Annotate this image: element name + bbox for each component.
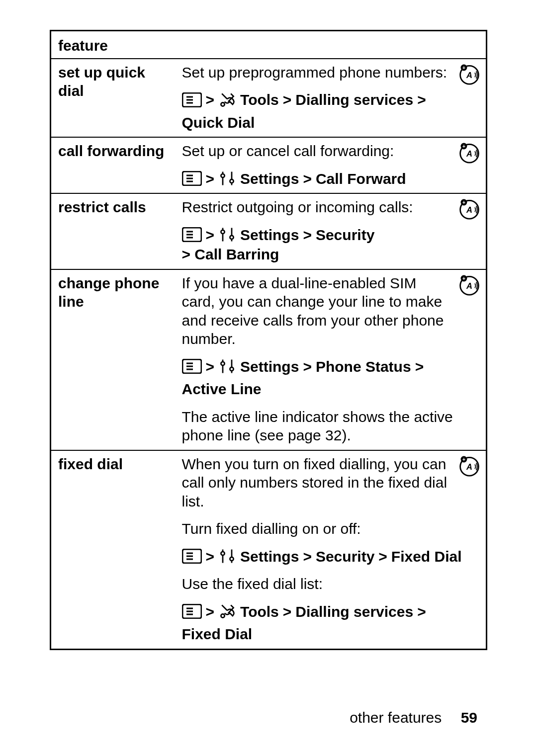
menu-icon xyxy=(182,359,202,374)
menu-icon xyxy=(182,227,202,242)
description-text: Set up preprogrammed phone numbers: xyxy=(182,63,479,82)
separator: > xyxy=(303,226,312,245)
separator: > xyxy=(206,602,215,621)
page-footer: other features 59 xyxy=(350,709,477,726)
separator: > xyxy=(417,90,426,109)
feature-description: If you have a dual-line-enabled SIM card… xyxy=(175,269,487,450)
feature-name: restrict calls xyxy=(51,193,175,269)
table-row: call forwardingSet up or cancel call for… xyxy=(51,137,487,193)
table-row: fixed dialWhen you turn on fixed diallin… xyxy=(51,450,487,650)
nav-step: Security xyxy=(316,547,374,566)
nav-step: Fixed Dial xyxy=(391,547,462,566)
separator: > xyxy=(303,169,312,188)
table-row: set up quick dialSet up preprogrammed ph… xyxy=(51,59,487,138)
note-text: The active line indicator shows the acti… xyxy=(182,408,479,445)
description-text: When you turn on fixed dialling, you can… xyxy=(182,455,479,511)
description-text: Restrict outgoing or incoming calls: xyxy=(182,198,479,217)
nav-step: Security xyxy=(316,226,374,245)
operator-feature-icon xyxy=(458,454,481,477)
nav-step: Active Line xyxy=(182,380,262,399)
separator: > xyxy=(415,357,424,376)
separator: > xyxy=(303,357,312,376)
table-header: feature xyxy=(51,31,487,59)
nav-path: > Settings > Security xyxy=(182,226,479,245)
nav-path: > Tools > Dialling services > Quick Dial xyxy=(182,90,479,132)
nav-step: Settings xyxy=(240,169,299,188)
page-number: 59 xyxy=(461,709,477,726)
separator: > xyxy=(206,357,215,376)
table-row: restrict callsRestrict outgoing or incom… xyxy=(51,193,487,269)
nav-path: > Settings > Call Forward xyxy=(182,169,479,188)
settings-icon xyxy=(218,226,236,244)
nav-step: Quick Dial xyxy=(182,113,255,132)
table-row: change phone lineIf you have a dual-line… xyxy=(51,269,487,450)
separator: > xyxy=(417,602,426,621)
feature-description: Set up preprogrammed phone numbers:> Too… xyxy=(175,59,487,138)
feature-description: Restrict outgoing or incoming calls:> Se… xyxy=(175,193,487,269)
nav-step: Tools xyxy=(240,602,279,621)
separator: > xyxy=(206,169,215,188)
nav-step: Dialling services xyxy=(295,90,413,109)
nav-path: > Settings > Phone Status > Active Line xyxy=(182,357,479,399)
feature-description: Set up or cancel call forwarding:> Setti… xyxy=(175,137,487,193)
footer-section-label: other features xyxy=(350,709,442,726)
menu-icon xyxy=(182,549,202,564)
settings-icon xyxy=(218,169,236,187)
settings-icon xyxy=(218,357,236,375)
operator-feature-icon xyxy=(458,197,481,220)
nav-step: Settings xyxy=(240,547,299,566)
tools-icon xyxy=(218,91,236,109)
tools-icon xyxy=(218,602,236,620)
description-text: If you have a dual-line-enabled SIM card… xyxy=(182,274,479,348)
separator: > xyxy=(206,547,215,566)
description-text: Set up or cancel call forwarding: xyxy=(182,142,479,161)
feature-description: When you turn on fixed dialling, you can… xyxy=(175,450,487,650)
separator: > xyxy=(206,226,215,245)
operator-feature-icon xyxy=(458,62,481,85)
nav-step: Call Forward xyxy=(316,169,406,188)
instruction-text: Turn fixed dialling on or off: xyxy=(182,519,479,538)
nav-step: Dialling services xyxy=(295,602,413,621)
nav-step: Phone Status xyxy=(316,357,411,376)
separator: > xyxy=(206,90,215,109)
separator: > xyxy=(303,547,312,566)
nav-path: > Tools > Dialling services > Fixed Dial xyxy=(182,602,479,644)
operator-feature-icon xyxy=(458,141,481,164)
feature-name: call forwarding xyxy=(51,137,175,193)
menu-icon xyxy=(182,92,202,107)
menu-icon xyxy=(182,604,202,619)
nav-step: Settings xyxy=(240,357,299,376)
feature-name: set up quick dial xyxy=(51,59,175,138)
feature-table: feature set up quick dialSet up preprogr… xyxy=(50,30,487,650)
menu-icon xyxy=(182,171,202,186)
separator: > xyxy=(283,602,292,621)
instruction-text: Use the fixed dial list: xyxy=(182,575,479,593)
nav-step: Tools xyxy=(240,90,279,109)
nav-step: Settings xyxy=(240,226,299,245)
feature-name: change phone line xyxy=(51,269,175,450)
operator-feature-icon xyxy=(458,273,481,296)
nav-step: Fixed Dial xyxy=(182,625,253,644)
separator: > xyxy=(283,90,292,109)
nav-path: > Settings > Security > Fixed Dial xyxy=(182,547,479,566)
nav-path-continuation: > Call Barring xyxy=(182,245,479,264)
settings-icon xyxy=(218,547,236,565)
separator: > xyxy=(378,547,387,566)
feature-name: fixed dial xyxy=(51,450,175,650)
